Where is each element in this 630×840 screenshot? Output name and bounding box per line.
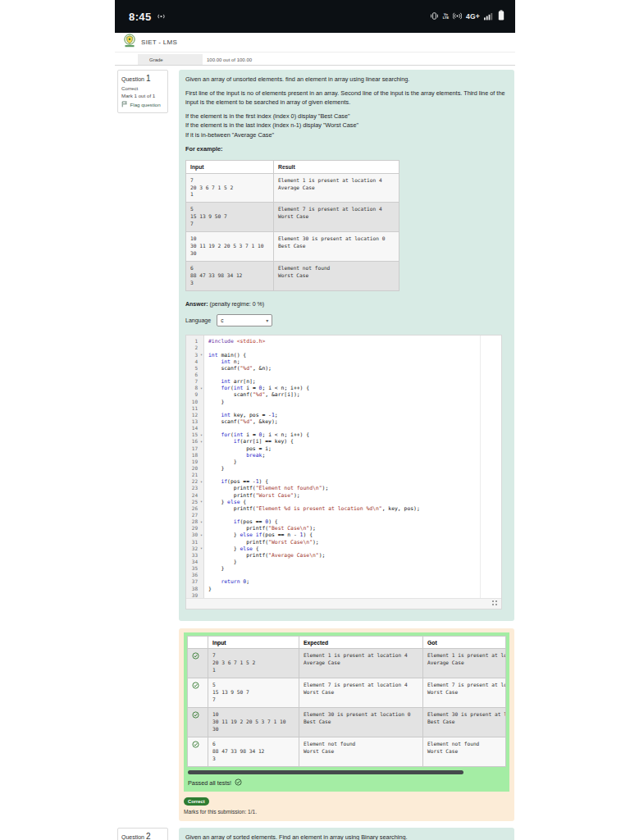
test-input-cell: 7 20 3 6 7 1 5 2 1 — [208, 649, 299, 678]
editor-resize-grip[interactable] — [492, 600, 499, 607]
code-fold-icon[interactable]: ▾ — [200, 431, 203, 438]
code-line: } — [208, 465, 501, 472]
code-line — [208, 472, 501, 478]
example-table: InputResult 7 20 3 6 7 1 5 2 1Element 1 … — [185, 160, 399, 292]
code-line: break; — [208, 452, 501, 459]
test-input-cell: 6 88 47 33 98 34 12 3 — [208, 737, 299, 767]
test-got-cell: Element 1 is present at location 4 Avera… — [423, 649, 506, 678]
code-fold-icon[interactable]: ▾ — [200, 498, 203, 504]
check-circle-icon — [192, 652, 199, 662]
test-input-cell: 5 15 13 9 50 7 7 — [208, 678, 299, 708]
test-result-row: 6 88 47 33 98 34 12 3Element not found W… — [188, 737, 506, 767]
code-fold-icon[interactable]: ▾ — [200, 545, 203, 551]
question-state: Correct — [121, 85, 164, 91]
question-text: First line of the input is no of element… — [185, 89, 508, 107]
test-result-row: 7 20 3 6 7 1 5 2 1Element 1 is present a… — [188, 649, 506, 678]
language-label: Language — [185, 317, 211, 323]
check-circle-icon — [235, 778, 242, 788]
line-number: 5 — [186, 365, 203, 372]
line-number: 6 — [186, 372, 203, 378]
chevron-down-icon: ▾ — [266, 317, 268, 323]
code-fold-icon[interactable]: ▾ — [200, 518, 203, 525]
phone-screen: 8:45 VoLTE 4G+ SIET - — [115, 0, 515, 840]
code-editor[interactable]: 123▾45678▾9101112131415▾16▾171819202122▾… — [185, 335, 502, 609]
test-results-pass-panel: InputExpectedGot 7 20 3 6 7 1 5 2 1Eleme… — [184, 632, 509, 792]
grade-summary-row: Grade 100.00 out of 100.00 — [115, 52, 515, 66]
question-2-row: Question 2 Correct Mark 1 out of 1 Flag … — [115, 828, 515, 840]
vibrate-icon — [430, 9, 439, 24]
example-cell: 6 88 47 33 98 34 12 3 — [186, 262, 274, 291]
correct-badge: Correct — [184, 797, 209, 806]
line-number: 18 — [186, 452, 203, 459]
line-number: 36 — [186, 572, 203, 578]
app-header: SIET - LMS — [115, 33, 515, 52]
results-column-header: Got — [423, 637, 506, 649]
results-horizontal-scrollbar[interactable] — [188, 770, 463, 774]
code-line — [208, 345, 501, 351]
question-1-info-box: Question 1 Correct Mark 1 out of 1 Flag … — [117, 70, 168, 113]
hotspot-icon — [453, 9, 462, 24]
code-line: printf("Worst Case"); — [208, 492, 501, 499]
example-table-header: InputResult — [186, 160, 399, 173]
clock-time: 8:45 — [129, 11, 152, 23]
code-fold-icon[interactable]: ▾ — [200, 438, 203, 445]
code-line: int arr[n]; — [208, 378, 501, 385]
example-cell: Element 1 is present at location 4 Avera… — [274, 173, 399, 203]
flag-question-link[interactable]: Flag question — [121, 101, 164, 108]
code-line — [208, 572, 501, 578]
code-line: int key, pos = -1; — [208, 412, 501, 418]
question-1-feedback: InputExpectedGot 7 20 3 6 7 1 5 2 1Eleme… — [179, 628, 514, 821]
answer-label: Answer: — [185, 301, 208, 307]
line-number: 3▾ — [186, 352, 203, 358]
line-number: 12 — [186, 412, 203, 418]
line-number: 25▾ — [186, 499, 203, 505]
example-cell: Element not found Worst Case — [274, 262, 399, 291]
code-line: scanf("%d", &n); — [208, 365, 501, 372]
example-column-header: Result — [274, 160, 399, 173]
code-line: for(int i = 0; i < n; i++) { — [208, 385, 501, 391]
line-number: 8▾ — [186, 385, 203, 391]
code-line: #include <stdio.h> — [208, 338, 501, 345]
question-text: If the element is in the last index (ind… — [185, 121, 508, 130]
code-line: printf("Average Case\n"); — [208, 552, 501, 559]
editor-gutter: 123▾45678▾9101112131415▾16▾171819202122▾… — [186, 336, 204, 599]
code-line: } else { — [208, 499, 501, 505]
line-number: 9 — [186, 391, 203, 398]
battery-icon — [498, 9, 504, 24]
question-text: Given an array of unsorted elements. fin… — [185, 75, 508, 84]
test-expected-cell: Element 7 is present at location 4 Worst… — [299, 678, 423, 708]
test-got-cell: Element 7 is present at location 4 Worst… — [423, 678, 506, 708]
test-pass-cell — [188, 737, 208, 767]
flag-icon — [121, 101, 128, 108]
check-circle-icon — [192, 711, 199, 721]
editor-code-area[interactable]: #include <stdio.h> int main() { int n; s… — [204, 336, 501, 598]
language-select[interactable]: c ▾ — [217, 314, 272, 326]
code-fold-icon[interactable]: ▾ — [200, 478, 203, 485]
question-text: If the element is in the first index (in… — [185, 112, 508, 121]
code-fold-icon[interactable]: ▾ — [200, 351, 203, 358]
code-line — [208, 512, 501, 518]
test-results-table: InputExpectedGot 7 20 3 6 7 1 5 2 1Eleme… — [187, 636, 506, 767]
results-column-header — [188, 637, 208, 649]
code-line: if(arr[i] == key) { — [208, 438, 501, 445]
code-fold-icon[interactable]: ▾ — [200, 385, 203, 391]
line-number: 17 — [186, 445, 203, 452]
network-type-label: 4G+ — [466, 12, 480, 21]
penalty-regime: (penalty regime: 0 %) — [210, 301, 265, 307]
test-result-row: 5 15 13 9 50 7 7Element 7 is present at … — [188, 678, 506, 708]
question-2-content: Given an array of sorted elements. Find … — [179, 828, 514, 840]
code-line: } — [208, 586, 501, 592]
status-bar: 8:45 VoLTE 4G+ — [115, 0, 515, 33]
wifi-calling-icon — [157, 12, 166, 21]
siet-logo — [123, 34, 136, 51]
grade-label: Grade — [138, 54, 203, 65]
code-line: if(pos == 0) { — [208, 518, 501, 525]
code-line: scanf("%d", &key); — [208, 418, 501, 425]
line-number: 28▾ — [186, 518, 203, 525]
code-fold-icon[interactable]: ▾ — [200, 532, 203, 538]
test-expected-cell: Element not found Worst Case — [299, 737, 423, 767]
code-line: } — [208, 559, 501, 565]
editor-horizontal-scrollbar[interactable] — [186, 598, 501, 609]
question-2-info-box: Question 2 Correct Mark 1 out of 1 Flag … — [117, 828, 168, 840]
line-number: 13 — [186, 418, 203, 425]
